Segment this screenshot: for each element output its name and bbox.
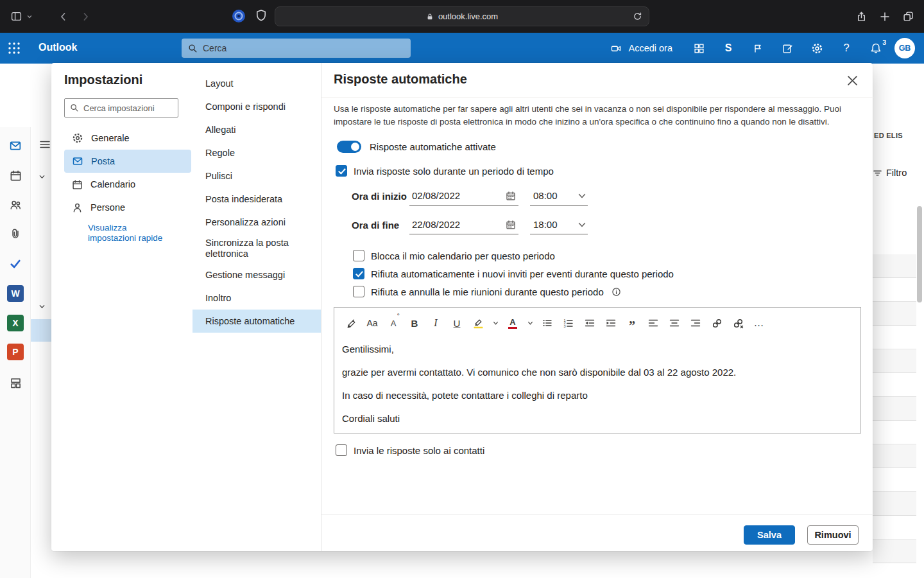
chevron-down-icon[interactable] [492, 315, 499, 331]
indent-icon[interactable] [603, 315, 619, 331]
chevron-down-icon[interactable] [26, 13, 33, 20]
forward-icon[interactable] [80, 12, 90, 22]
more-apps-icon[interactable] [0, 372, 31, 393]
category-gestione-messaggi[interactable]: Gestione messaggi [193, 263, 321, 286]
info-icon[interactable] [612, 287, 621, 297]
hamburger-icon[interactable] [40, 140, 50, 149]
mail-icon[interactable] [0, 136, 31, 156]
help-icon[interactable]: ? [832, 33, 861, 64]
category-regole[interactable]: Regole [193, 141, 321, 164]
auto-replies-toggle[interactable] [337, 141, 361, 153]
block-calendar-checkbox[interactable] [353, 250, 364, 261]
nav-item-calendario[interactable]: Calendario [64, 173, 191, 196]
filter-button[interactable]: Filtro [873, 168, 907, 178]
notifications-bell-icon[interactable]: 3 [861, 33, 891, 64]
flag-icon[interactable] [743, 33, 773, 64]
close-icon[interactable] [843, 71, 861, 89]
scrollbar[interactable] [917, 206, 922, 302]
category-personalizza-azioni[interactable]: Personalizza azioni [193, 211, 321, 234]
unlink-icon[interactable] [730, 315, 746, 331]
period-checkbox[interactable] [336, 165, 347, 177]
compose-icon[interactable] [773, 33, 802, 64]
skype-icon[interactable]: S [714, 33, 743, 64]
people-icon[interactable] [0, 195, 31, 215]
left-rail: W X P [0, 127, 31, 578]
start-date-field[interactable]: 02/08/2022 [409, 186, 518, 206]
share-icon[interactable] [856, 10, 867, 22]
remove-button[interactable]: Rimuovi [807, 525, 859, 545]
category-pulisci[interactable]: Pulisci [193, 164, 321, 188]
signin-label: Accedi ora [628, 43, 672, 53]
tab-overview-icon[interactable] [903, 11, 914, 22]
highlight-icon[interactable] [470, 315, 486, 331]
back-icon[interactable] [58, 12, 69, 22]
settings-search-input[interactable] [83, 103, 167, 113]
reload-icon[interactable] [633, 12, 642, 21]
shield-icon[interactable] [255, 9, 267, 22]
nav-item-posta[interactable]: Posta [64, 150, 191, 173]
end-date-field[interactable]: 22/08/2022 [409, 215, 518, 234]
chevron-down-icon[interactable] [578, 193, 586, 199]
decline-invites-checkbox[interactable] [353, 268, 364, 279]
align-left-icon[interactable] [646, 315, 661, 331]
search-input[interactable] [203, 43, 382, 53]
category-posta-indesiderata[interactable]: Posta indesiderata [193, 188, 321, 211]
start-time-value: 08:00 [533, 190, 558, 201]
format-painter-icon[interactable] [343, 315, 359, 331]
powerpoint-icon[interactable]: P [0, 342, 31, 362]
category-layout[interactable]: Layout [193, 72, 321, 95]
chevron-down-icon[interactable] [578, 222, 586, 228]
link-icon[interactable] [709, 315, 724, 331]
category-componi[interactable]: Componi e rispondi [193, 95, 321, 118]
contacts-only-checkbox[interactable] [336, 444, 347, 456]
category-allegati[interactable]: Allegati [193, 118, 321, 141]
font-size-icon[interactable]: A [386, 315, 401, 331]
category-risposte-automatiche[interactable]: Risposte automatiche [193, 310, 321, 333]
quick-settings-link[interactable]: Visualizza impostazioni rapide [88, 223, 173, 243]
reply-message[interactable]: Gentilissimi, grazie per avermi contatta… [334, 342, 860, 425]
todo-check-icon[interactable] [0, 254, 31, 274]
quote-icon[interactable]: ” [624, 315, 640, 331]
settings-category-column: Layout Componi e rispondi Allegati Regol… [193, 63, 321, 551]
new-tab-icon[interactable] [880, 12, 890, 22]
nav-item-persone[interactable]: Persone [64, 196, 191, 219]
italic-icon[interactable]: I [428, 315, 443, 331]
more-options-icon[interactable]: … [751, 315, 767, 331]
excel-icon[interactable]: X [0, 313, 31, 333]
chevron-down-icon[interactable] [38, 303, 46, 310]
calendar-icon[interactable] [506, 220, 516, 230]
extension-icon[interactable] [231, 8, 246, 24]
gear-icon[interactable] [802, 33, 832, 64]
end-time-field[interactable]: 18:00 [530, 215, 588, 234]
url-bar[interactable]: outlook.live.com [275, 6, 649, 26]
save-button[interactable]: Salva [744, 525, 795, 545]
align-right-icon[interactable] [688, 315, 703, 331]
bullet-list-icon[interactable] [540, 315, 555, 331]
chevron-down-icon[interactable] [526, 315, 534, 331]
search-bar[interactable] [182, 39, 411, 58]
app-launcher-icon[interactable] [8, 42, 21, 55]
outdent-icon[interactable] [582, 315, 597, 331]
category-sincronizza[interactable]: Sincronizza la posta elettronica [193, 234, 321, 263]
sidebar-toggle-icon[interactable] [10, 11, 22, 22]
calendar-icon[interactable] [506, 191, 516, 201]
decline-meetings-checkbox[interactable] [353, 286, 364, 297]
attachment-icon[interactable] [0, 223, 31, 244]
meet-now-button[interactable]: Accedi ora [605, 33, 684, 64]
start-time-field[interactable]: 08:00 [530, 186, 588, 206]
chevron-down-icon[interactable] [38, 173, 46, 180]
avatar[interactable]: GB [894, 38, 915, 58]
nav-item-generale[interactable]: Generale [64, 127, 191, 150]
underline-icon[interactable]: U [449, 315, 465, 331]
apps-grid-icon[interactable] [684, 33, 714, 64]
settings-search[interactable] [64, 98, 178, 118]
font-color-icon[interactable]: A [505, 315, 520, 331]
align-center-icon[interactable] [667, 315, 682, 331]
category-inoltro[interactable]: Inoltro [193, 286, 321, 310]
bold-icon[interactable]: B [407, 315, 422, 331]
numbered-list-icon[interactable]: 123 [561, 315, 576, 331]
font-icon[interactable]: Aa [364, 315, 380, 331]
reply-editor[interactable]: Aa A B I U A [334, 307, 861, 434]
word-icon[interactable]: W [0, 283, 31, 304]
calendar-icon[interactable] [0, 165, 31, 186]
